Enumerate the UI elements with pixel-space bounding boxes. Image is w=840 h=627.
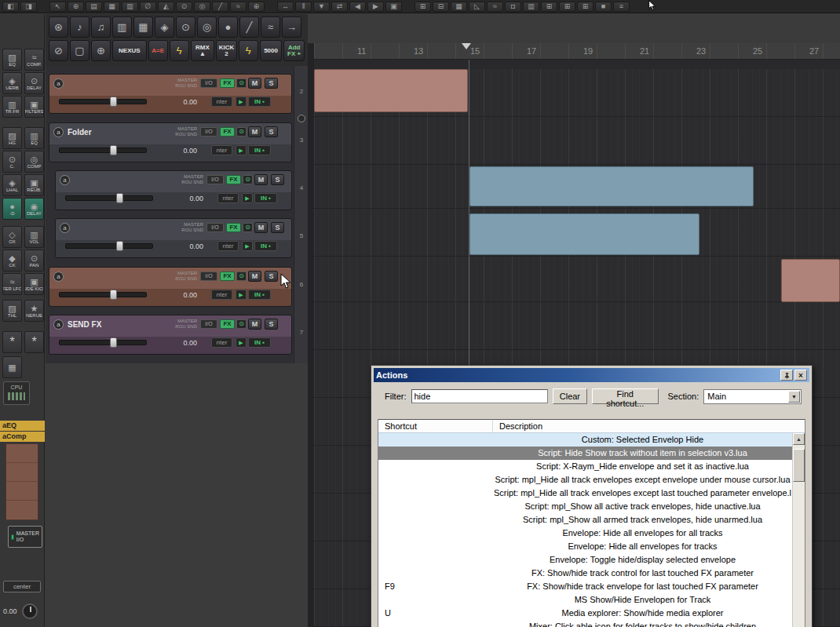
monitor-icon[interactable]: ◎ bbox=[194, 2, 210, 12]
volume-fader[interactable] bbox=[59, 148, 147, 153]
fx-slot-aeq[interactable]: aEQ bbox=[0, 421, 45, 431]
metronome-icon[interactable]: ◭ bbox=[158, 2, 174, 12]
sidebar-item-preset-star-1[interactable]: * bbox=[2, 331, 22, 353]
column-header-shortcut[interactable]: Shortcut bbox=[378, 420, 493, 432]
scroll-thumb[interactable] bbox=[793, 449, 805, 482]
input-button[interactable]: IN ▪ bbox=[248, 337, 271, 348]
waveform-icon[interactable]: ≈ bbox=[261, 16, 280, 38]
volume-fader-handle[interactable] bbox=[116, 241, 123, 251]
toolbar-menu-icon[interactable]: ≡ bbox=[613, 2, 630, 12]
record-arm-button[interactable]: a bbox=[53, 78, 64, 89]
fx-power-icon[interactable]: ⊙ bbox=[236, 127, 247, 137]
route-arrow-icon[interactable]: → bbox=[282, 16, 301, 38]
action-row[interactable]: Envelope: Hide all envelopes for tracks bbox=[378, 540, 792, 553]
io-button[interactable]: I/O bbox=[200, 78, 217, 88]
percussion-icon[interactable]: ♪ bbox=[70, 16, 89, 38]
media-item-2[interactable] bbox=[469, 166, 754, 206]
fx-power-icon[interactable]: ⊙ bbox=[236, 319, 247, 329]
volume-fader[interactable] bbox=[59, 99, 147, 104]
sidebar-item-fx-sidekick[interactable]: ▣SIDE KICK bbox=[24, 273, 44, 295]
track-number[interactable]: 5 bbox=[294, 232, 309, 239]
sidebar-item-fx-transient[interactable]: ▥TR.FR bbox=[2, 96, 22, 118]
volume-fader[interactable] bbox=[65, 195, 153, 201]
sidebar-item-fx-d[interactable]: ●-D bbox=[2, 198, 22, 220]
io-button[interactable]: I/O bbox=[200, 319, 217, 329]
mute-button[interactable]: M bbox=[248, 271, 261, 282]
io-button[interactable]: I/O bbox=[206, 223, 224, 232]
action-row[interactable]: Envelope: Toggle hide/display selected e… bbox=[378, 553, 792, 567]
fx-button[interactable]: FX bbox=[220, 272, 235, 281]
volume-fader-handle[interactable] bbox=[110, 97, 117, 107]
sidebar-item-fx-kick[interactable]: ◆CK bbox=[2, 250, 22, 272]
fx-button[interactable]: FX bbox=[220, 127, 235, 137]
sidebar-item-fx-filters[interactable]: ▣FILTERS bbox=[24, 96, 44, 118]
volume-fader-handle[interactable] bbox=[116, 193, 123, 203]
action-row[interactable]: Script: mpl_Show all armed track envelop… bbox=[378, 513, 792, 527]
mixer-view-icon[interactable]: ▥ bbox=[122, 2, 138, 12]
track-panel-7[interactable]: aSEND FXMASTERROU SNDI/OFX⊙MS0.00nter▶IN… bbox=[49, 315, 292, 355]
media-item-3[interactable] bbox=[469, 213, 699, 255]
mute-button[interactable]: M bbox=[248, 126, 261, 137]
5000-plugin-button[interactable]: 5000 bbox=[260, 40, 283, 61]
grid-bars-3-icon[interactable]: ⊞ bbox=[577, 2, 593, 12]
action-row[interactable]: Envelope: Hide all envelopes for all tra… bbox=[378, 527, 792, 540]
track-number[interactable]: 7 bbox=[294, 329, 309, 336]
track-panel-5[interactable]: aMASTERROU SNDI/OFX⊙MS0.00nter▶IN ▪ bbox=[55, 218, 292, 258]
io-button[interactable]: I/O bbox=[206, 175, 224, 184]
pan-display[interactable]: nter bbox=[211, 337, 232, 348]
record-arm-button[interactable]: a bbox=[60, 223, 70, 233]
envelope-visible-icon[interactable]: ≈ bbox=[487, 2, 503, 12]
gear-icon[interactable]: ⊛ bbox=[68, 2, 84, 12]
mic-dynamic-icon[interactable]: ⊙ bbox=[176, 16, 195, 38]
eq-bars-icon[interactable]: ▥ bbox=[112, 16, 132, 38]
sidebar-item-pattern-grid[interactable]: ▦ bbox=[2, 356, 22, 378]
track-panel-2[interactable]: aMASTERROU SNDI/OFX⊙MS0.00nter▶IN ▪ bbox=[49, 74, 292, 114]
eq-circle-icon[interactable]: ⊘ bbox=[49, 40, 68, 61]
pan-display[interactable]: nter bbox=[217, 241, 239, 251]
volume-fader-handle[interactable] bbox=[110, 337, 117, 348]
timeline-ruler[interactable]: 111315171921232527 bbox=[314, 43, 840, 60]
grid-bars-2-icon[interactable]: ⊞ bbox=[559, 2, 575, 12]
pan-display[interactable]: nter bbox=[211, 97, 232, 107]
action-row[interactable]: Script: mpl_Show all active track envelo… bbox=[378, 500, 792, 513]
sidebar-item-fx-hall[interactable]: ◈LHAL bbox=[2, 174, 22, 196]
solo-button[interactable]: S bbox=[265, 319, 278, 330]
move-tool-icon[interactable]: ↔ bbox=[277, 2, 294, 12]
action-row[interactable]: Script: Hide Show track without item in … bbox=[378, 447, 792, 460]
pan-display[interactable]: nter bbox=[211, 145, 232, 155]
track-number[interactable]: 6 bbox=[294, 281, 309, 288]
input-button[interactable]: IN ▪ bbox=[248, 290, 271, 300]
volume-fader-handle[interactable] bbox=[110, 290, 117, 300]
media-item-4[interactable] bbox=[781, 259, 840, 302]
zoom-in-icon[interactable]: ⊕ bbox=[248, 2, 265, 12]
close-button[interactable]: × bbox=[794, 370, 807, 381]
track-name[interactable]: Folder bbox=[68, 128, 92, 137]
pencil-tool-icon[interactable]: ╱ bbox=[212, 2, 228, 12]
sidebar-item-fx-reverb[interactable]: ◈UERB bbox=[2, 72, 22, 94]
dialog-titlebar[interactable]: Actions × bbox=[374, 368, 809, 382]
dock-page-left-icon[interactable]: ◧ bbox=[2, 2, 19, 12]
track-number[interactable]: 3 bbox=[294, 137, 309, 144]
sidebar-item-fx-comp[interactable]: ≈COMP. bbox=[24, 49, 44, 71]
action-row[interactable]: Script: X-Raym_Hide envelope and set it … bbox=[378, 460, 792, 473]
ae-plugin-button[interactable]: A=E bbox=[148, 40, 168, 61]
dropdown-arrow-icon[interactable]: ▼ bbox=[788, 391, 800, 403]
record-arm-button[interactable]: a bbox=[53, 127, 64, 137]
add-fx-button[interactable]: Add FX + bbox=[283, 40, 305, 61]
pin-button[interactable] bbox=[780, 370, 793, 381]
sidebar-item-fx-nerve[interactable]: ★NERUE bbox=[24, 300, 44, 322]
volume-fader[interactable] bbox=[59, 340, 147, 345]
monitor-play-icon[interactable]: ▶ bbox=[236, 337, 247, 348]
monitor-play-icon[interactable]: ▶ bbox=[242, 193, 253, 203]
nudge-left-icon[interactable]: ◀ bbox=[349, 2, 366, 12]
fx-power-icon[interactable]: ⊙ bbox=[236, 272, 247, 281]
grid-snap-icon[interactable]: ⊞ bbox=[415, 2, 431, 12]
fx-power-icon[interactable]: ⊙ bbox=[243, 175, 253, 184]
sidebar-item-fx-box[interactable]: ◇OX bbox=[2, 226, 22, 248]
clear-button[interactable]: Clear bbox=[553, 388, 587, 404]
track-panel-3[interactable]: aFolderMASTERROU SNDI/OFX⊙MS0.00nter▶IN … bbox=[49, 122, 292, 162]
solo-button[interactable]: S bbox=[271, 174, 284, 185]
sidebar-item-fx-vol[interactable]: ▥VOL bbox=[24, 226, 44, 248]
web-synth-icon[interactable]: ◈ bbox=[155, 16, 174, 38]
action-row[interactable]: MS Show/Hide Envelopen for Track bbox=[378, 593, 792, 607]
